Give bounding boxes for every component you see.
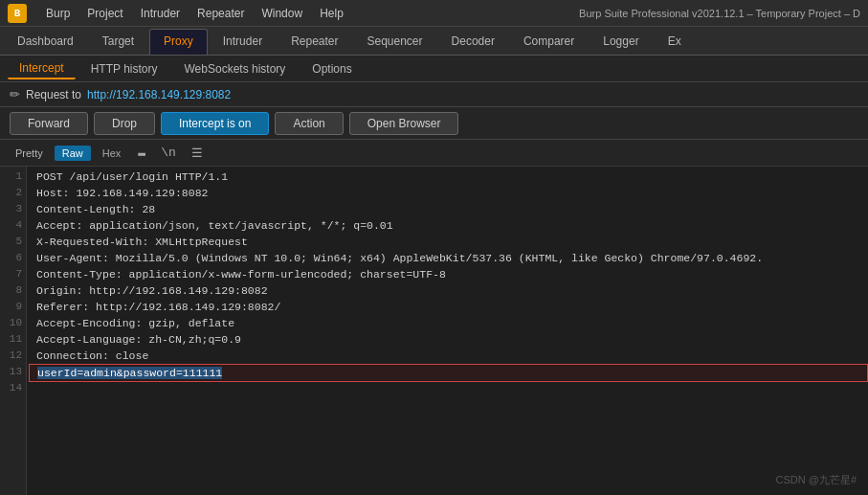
content-area: 1234567891011121314 POST /api/user/login…: [0, 167, 868, 495]
tab-logger[interactable]: Logger: [590, 30, 652, 55]
menu-bar: Burp Project Intruder Repeater Window He…: [38, 5, 351, 22]
tab-dashboard[interactable]: Dashboard: [4, 30, 87, 55]
open-browser-button[interactable]: Open Browser: [349, 112, 459, 135]
drop-button[interactable]: Drop: [94, 112, 155, 135]
tab-proxy[interactable]: Proxy: [149, 29, 208, 55]
title-bar: B Burp Project Intruder Repeater Window …: [0, 0, 868, 27]
tab-ex[interactable]: Ex: [655, 30, 695, 55]
watermark: CSDN @九芒星#: [775, 473, 857, 487]
view-raw[interactable]: Raw: [55, 146, 91, 161]
sub-nav: Intercept HTTP history WebSockets histor…: [0, 56, 868, 82]
tab-http-history[interactable]: HTTP history: [79, 59, 169, 79]
tab-target[interactable]: Target: [89, 30, 147, 55]
menu-window[interactable]: Window: [254, 5, 310, 22]
view-pretty[interactable]: Pretty: [8, 146, 51, 161]
menu-intruder[interactable]: Intruder: [133, 5, 188, 22]
tab-options[interactable]: Options: [300, 59, 363, 79]
menu-project[interactable]: Project: [79, 5, 130, 22]
tab-comparer[interactable]: Comparer: [510, 30, 588, 55]
request-bar: ✏ Request to http://192.168.149.129:8082: [0, 82, 868, 107]
tab-repeater[interactable]: Repeater: [278, 30, 351, 55]
window-title: Burp Suite Professional v2021.12.1 – Tem…: [579, 8, 860, 19]
view-newline-icon[interactable]: \n: [155, 144, 182, 162]
request-url: http://192.168.149.129:8082: [87, 88, 231, 101]
view-hex[interactable]: Hex: [95, 146, 129, 161]
menu-repeater[interactable]: Repeater: [189, 5, 252, 22]
view-render-icon[interactable]: ▬: [132, 144, 151, 162]
view-bar: Pretty Raw Hex ▬ \n ☰: [0, 140, 868, 167]
code-content[interactable]: POST /api/user/login HTTP/1.1Host: 192.1…: [29, 167, 868, 495]
tab-websockets-history[interactable]: WebSockets history: [173, 59, 298, 79]
tab-sequencer[interactable]: Sequencer: [354, 30, 436, 55]
tab-decoder[interactable]: Decoder: [438, 30, 508, 55]
intercept-button[interactable]: Intercept is on: [161, 112, 269, 135]
action-button[interactable]: Action: [275, 112, 343, 135]
pencil-icon: ✏: [10, 87, 20, 101]
tab-intruder[interactable]: Intruder: [210, 30, 276, 55]
burp-logo: B: [8, 4, 27, 23]
main-nav: Dashboard Target Proxy Intruder Repeater…: [0, 27, 868, 56]
forward-button[interactable]: Forward: [10, 112, 88, 135]
action-bar: Forward Drop Intercept is on Action Open…: [0, 107, 868, 140]
view-menu-icon[interactable]: ☰: [186, 144, 209, 163]
request-label: Request to: [26, 88, 81, 101]
menu-burp[interactable]: Burp: [38, 5, 78, 22]
tab-intercept[interactable]: Intercept: [8, 58, 76, 79]
line-numbers: 1234567891011121314: [0, 167, 27, 495]
menu-help[interactable]: Help: [312, 5, 351, 22]
